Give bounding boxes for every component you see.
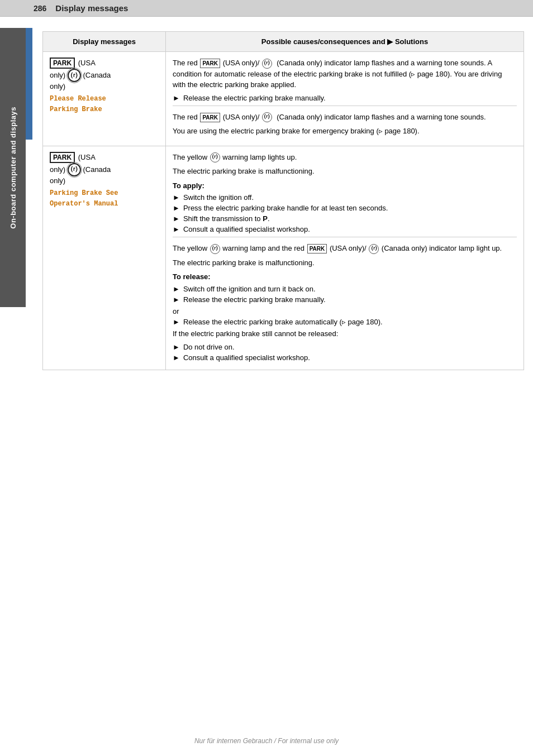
bullet-text: Release the electric parking brake manua… [183,94,326,102]
bullet-text-9: Do not drive on. [183,343,235,351]
bullet-release-auto: ► Release the electric parking brake aut… [173,318,517,326]
bullet-text-3: Press the electric parking brake handle … [183,204,388,212]
inline-park-badge-3: PARK [307,244,327,253]
p-circle-badge-2: ⒭ [68,163,81,176]
bullet-arrow-icon-2: ► [173,193,180,202]
bullet-item: ► Release the electric parking brake man… [173,94,517,102]
table-row-2: PARK (USA only) ⒭ (Canada only) Parking … [43,146,524,370]
park-badge: PARK [50,58,75,69]
page-number: 286 [34,4,46,13]
park-display-1: PARK (USA only) ⒭ (Canada only) [50,58,159,90]
sidebar-label-text: On-board computer and displays [9,107,17,229]
col-header-display: Display messages [43,32,166,52]
p-circle-badge: ⒭ [68,69,81,82]
bullet-consult-1: ► Consult a qualified specialist worksho… [173,225,517,233]
bullet-arrow-icon-7: ► [173,295,180,304]
only-label: only) [50,71,65,79]
canada-only-label: (Canada [83,71,111,79]
conditional-text: If the electric parking brake still cann… [173,328,517,339]
solution-cell-2: The yellow ⒭ warning lamp lights up. The… [166,146,524,370]
sol2-intro-2: The electric parking brake is malfunctio… [173,166,517,177]
only-label-4: only) [50,176,65,185]
sidebar-label: On-board computer and displays [0,28,26,307]
bullet-arrow-icon-3: ► [173,204,180,212]
inline-park-badge: PARK [200,59,220,68]
display-cell-2: PARK (USA only) ⒭ (Canada only) Parking … [43,146,166,370]
display-cell-1: PARK (USA only) ⒭ (Canada only) Please R… [43,52,166,146]
display-message-text-2: Parking Brake SeeOperator's Manual [50,188,159,209]
p-circle-yellow-1: ⒭ [210,152,220,162]
bullet-text-8: Release the electric parking brake autom… [183,318,383,326]
bullet-do-not-drive: ► Do not drive on. [173,343,517,351]
park-badge-2: PARK [50,152,75,163]
to-apply-label: To apply: [173,180,517,192]
bullet-arrow-icon-8: ► [173,318,180,326]
p-circle-inline-1: ⒭ [262,59,272,69]
sol2-intro-3: The yellow ⒭ warning lamp and the red PA… [173,243,517,254]
header-title: Display messages [55,3,128,13]
footer-text: Nur für internen Gebrauch / For internal… [194,737,339,745]
p-circle-yellow-2: ⒭ [210,244,220,254]
sol2-intro-4: The electric parking brake is malfunctio… [173,257,517,269]
inline-park-badge-2: PARK [200,113,220,122]
only-label-2: only) [50,82,65,90]
to-release-label: To release: [173,271,517,283]
canada-only-label-2: (Canada [83,165,111,173]
p-circle-inline-2: ⒭ [262,112,272,122]
bullet-arrow-icon-9: ► [173,343,180,351]
bullet-release-manual: ► Release the electric parking brake man… [173,295,517,304]
sub-section-b: The yellow ⒭ warning lamp and the red PA… [173,237,517,362]
bullet-switch-off: ► Switch the ignition off. [173,193,517,202]
usa-only-label-2: (USA [78,153,96,161]
solution-para-3: You are using the electric parking brake… [173,126,517,137]
only-label-3: only) [50,165,65,173]
bullet-arrow-icon-4: ► [173,214,180,223]
solution-cell-1: The red PARK (USA only)/ ⒭ (Canada only)… [166,52,524,146]
or-text: or [173,306,517,317]
bullet-arrow-icon: ► [173,94,180,102]
display-message-text-1: Please ReleaseParking Brake [50,94,159,115]
bullet-text-10: Consult a qualified specialist workshop. [183,353,310,362]
bullet-text-4: Shift the transmission to P. [183,214,270,223]
p-circle-inline-3: ⒭ [369,244,379,254]
bullet-text-5: Consult a qualified specialist workshop. [183,225,310,233]
table-header-row: Display messages Possible causes/consequ… [43,32,524,52]
park-display-2: PARK (USA only) ⒭ (Canada only) [50,152,159,185]
display-messages-table: Display messages Possible causes/consequ… [42,31,524,370]
bullet-arrow-icon-10: ► [173,353,180,362]
solution-para-1: The red PARK (USA only)/ ⒭ (Canada only)… [173,58,517,90]
blue-tab-marker [26,28,32,140]
bullet-arrow-icon-6: ► [173,285,180,293]
col-header-solutions: Possible causes/consequences and ▶ Solut… [166,32,524,52]
bullet-text-7: Release the electric parking brake manua… [183,295,326,304]
bullet-text-2: Switch the ignition off. [183,193,254,202]
bullet-arrow-icon-5: ► [173,225,180,233]
usa-only-label: (USA [78,59,96,67]
header-bar: 286 Display messages [0,0,533,17]
footer: Nur für internen Gebrauch / For internal… [0,737,533,745]
solution-para-2: The red PARK (USA only)/ ⒭ (Canada only)… [173,112,517,123]
sub-section-2: The red PARK (USA only)/ ⒭ (Canada only)… [173,106,517,137]
table-row: PARK (USA only) ⒭ (Canada only) Please R… [43,52,524,146]
bullet-text-6: Switch off the ignition and turn it back… [183,285,316,293]
bullet-switch-off-2: ► Switch off the ignition and turn it ba… [173,285,517,293]
bullet-shift: ► Shift the transmission to P. [173,214,517,223]
main-content: Display messages Possible causes/consequ… [34,17,533,380]
bullet-consult-2: ► Consult a qualified specialist worksho… [173,353,517,362]
bullet-press-handle: ► Press the electric parking brake handl… [173,204,517,212]
sol2-intro-1: The yellow ⒭ warning lamp lights up. [173,152,517,163]
